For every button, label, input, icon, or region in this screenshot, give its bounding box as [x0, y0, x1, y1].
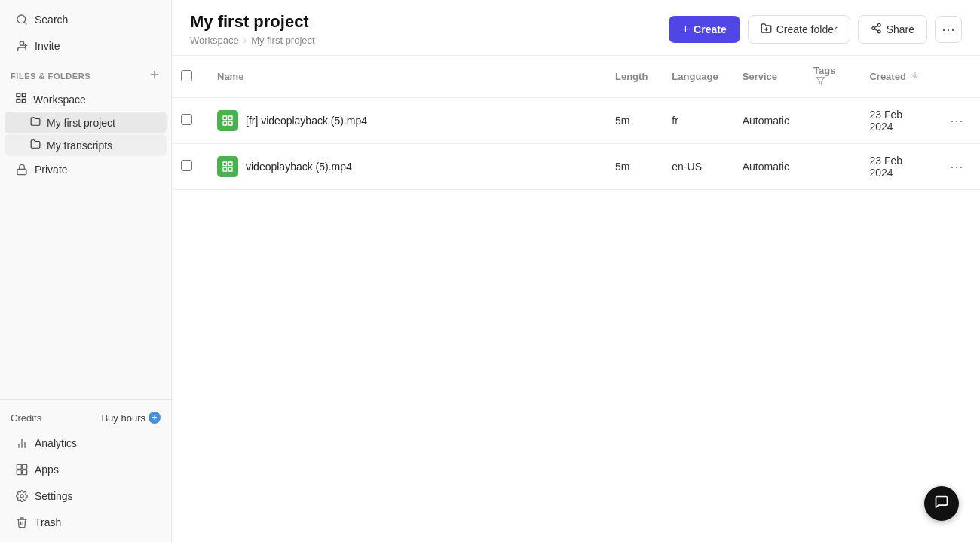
settings-icon	[15, 489, 29, 503]
search-icon	[15, 13, 29, 26]
sidebar-item-search[interactable]: Search	[5, 7, 167, 32]
sidebar-item-apps[interactable]: Apps	[5, 457, 167, 482]
trash-icon	[15, 516, 29, 529]
svg-rect-10	[17, 99, 20, 103]
svg-rect-17	[17, 470, 21, 475]
th-length[interactable]: Length	[603, 56, 660, 98]
row1-length: 5m	[603, 98, 660, 144]
row1-language: fr	[660, 98, 730, 144]
row1-checkbox[interactable]	[181, 114, 192, 125]
th-created[interactable]: Created	[857, 56, 933, 98]
apps-icon	[15, 463, 29, 476]
sidebar-item-trash[interactable]: Trash	[5, 510, 167, 535]
svg-rect-35	[228, 167, 232, 171]
sidebar-item-my-transcripts[interactable]: My transcripts	[5, 134, 167, 156]
svg-line-25	[874, 29, 877, 30]
row1-tags	[801, 98, 857, 144]
svg-rect-16	[23, 464, 27, 469]
svg-point-2	[20, 41, 23, 45]
sidebar-item-settings[interactable]: Settings	[5, 483, 167, 509]
invite-icon	[15, 39, 29, 53]
main-content: My first project Workspace › My first pr…	[172, 0, 980, 542]
create-plus-icon: +	[682, 23, 689, 36]
row2-actions-cell: ⋯	[933, 144, 980, 190]
th-select-all[interactable]	[172, 56, 199, 98]
buy-hours-button[interactable]: Buy hours +	[101, 412, 161, 424]
sidebar-top: Search Invite Files & Folders	[0, 6, 171, 399]
sidebar-bottom: Credits Buy hours + Analytics Apps	[0, 399, 171, 542]
create-button-label: Create	[694, 23, 727, 35]
svg-rect-8	[22, 93, 26, 97]
create-button[interactable]: + Create	[669, 16, 740, 43]
th-language[interactable]: Language	[660, 56, 730, 98]
trash-label: Trash	[35, 516, 61, 528]
row1-actions: ⋯	[945, 111, 968, 130]
created-sort-icon[interactable]	[911, 71, 920, 80]
sidebar-item-workspace[interactable]: Workspace	[5, 87, 167, 111]
row1-name-cell: [fr] videoplayback (5).mp4	[199, 98, 603, 144]
folder-plus-icon	[761, 23, 772, 36]
create-folder-button[interactable]: Create folder	[748, 15, 850, 44]
th-service[interactable]: Service	[730, 56, 801, 98]
row2-checkbox[interactable]	[181, 160, 192, 171]
svg-rect-34	[228, 162, 232, 166]
row2-file-name-text: videoplayback (5).mp4	[246, 161, 352, 173]
row2-tags	[801, 144, 857, 190]
svg-rect-31	[228, 121, 232, 125]
sidebar-item-my-first-project[interactable]: My first project	[5, 112, 167, 133]
chat-icon	[934, 495, 949, 513]
svg-rect-29	[223, 116, 227, 120]
svg-rect-32	[223, 121, 227, 125]
select-all-checkbox[interactable]	[181, 70, 192, 81]
breadcrumb: Workspace › My first project	[190, 35, 315, 46]
row2-file-name: videoplayback (5).mp4	[217, 156, 591, 177]
row2-length: 5m	[603, 144, 660, 190]
my-first-project-label: My first project	[47, 117, 115, 129]
header-left: My first project Workspace › My first pr…	[190, 12, 315, 46]
svg-rect-30	[228, 116, 232, 120]
workspace-icon	[15, 92, 27, 106]
more-options-button[interactable]: ⋯	[935, 16, 962, 43]
files-table: Name Length Language Service Tags	[172, 56, 980, 190]
sidebar: Search Invite Files & Folders	[0, 0, 172, 542]
buy-hours-label: Buy hours	[101, 412, 145, 424]
breadcrumb-current: My first project	[251, 35, 315, 46]
analytics-icon	[15, 436, 29, 450]
row1-more-button[interactable]: ⋯	[945, 111, 968, 130]
chat-button[interactable]	[924, 486, 959, 521]
th-row-actions	[933, 56, 980, 98]
files-folders-label: Files & Folders	[11, 72, 90, 81]
svg-marker-27	[816, 78, 825, 85]
apps-label: Apps	[35, 464, 59, 476]
add-folder-icon[interactable]	[149, 69, 161, 84]
transcripts-folder-icon	[30, 139, 41, 152]
header-actions: + Create Create folder Share	[669, 15, 962, 44]
analytics-label: Analytics	[35, 437, 77, 449]
my-transcripts-label: My transcripts	[47, 139, 112, 152]
th-name[interactable]: Name	[199, 56, 603, 98]
share-label: Share	[887, 23, 914, 35]
sidebar-item-analytics[interactable]: Analytics	[5, 430, 167, 456]
row2-service: Automatic	[730, 144, 801, 190]
table-wrapper: Name Length Language Service Tags	[172, 56, 980, 542]
svg-line-1	[24, 22, 26, 24]
row2-file-icon	[217, 156, 238, 177]
row1-checkbox-cell[interactable]	[172, 98, 199, 144]
row2-more-button[interactable]: ⋯	[945, 157, 968, 176]
sidebar-item-private[interactable]: Private	[5, 157, 167, 182]
row2-checkbox-cell[interactable]	[172, 144, 199, 190]
svg-rect-33	[223, 162, 227, 166]
row1-file-icon	[217, 110, 238, 131]
share-button[interactable]: Share	[858, 15, 927, 44]
private-icon	[15, 163, 29, 176]
th-tags[interactable]: Tags	[801, 56, 857, 98]
breadcrumb-workspace-link[interactable]: Workspace	[190, 35, 239, 46]
table-row[interactable]: videoplayback (5).mp4 5m en-US Automatic…	[172, 144, 980, 190]
table-header-row: Name Length Language Service Tags	[172, 56, 980, 98]
svg-rect-9	[22, 99, 26, 103]
table-row[interactable]: [fr] videoplayback (5).mp4 5m fr Automat…	[172, 98, 980, 144]
tags-filter-icon[interactable]	[816, 76, 825, 86]
svg-rect-18	[23, 470, 27, 475]
invite-label: Invite	[35, 40, 60, 52]
sidebar-item-invite[interactable]: Invite	[5, 33, 167, 59]
